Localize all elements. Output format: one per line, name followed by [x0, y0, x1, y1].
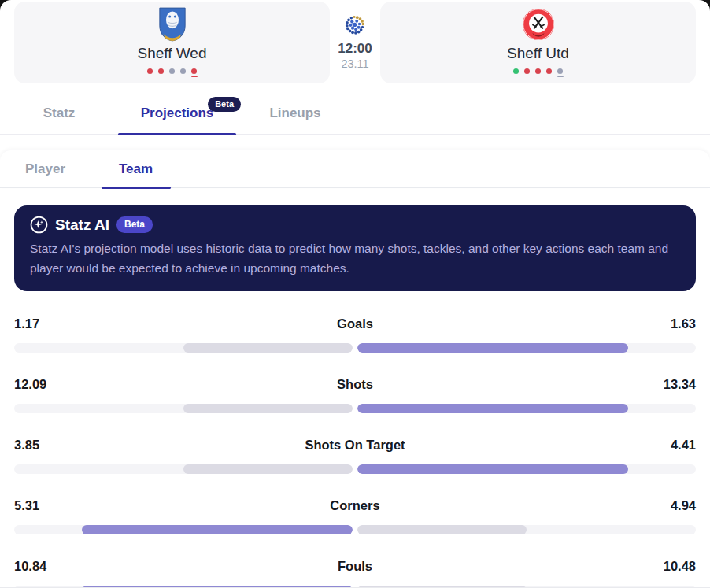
home-value: 12.09 [14, 377, 85, 392]
form-result-loss [147, 68, 153, 77]
stat-label: Shots On Target [85, 438, 625, 453]
tab-statz[interactable]: Statz [0, 93, 118, 134]
subtab-player[interactable]: Player [0, 150, 91, 187]
home-value: 3.85 [14, 438, 85, 453]
form-result-loss [524, 68, 530, 77]
away-bar [357, 586, 696, 588]
away-bar [357, 343, 696, 353]
section-gap [0, 135, 710, 150]
form-result-draw [180, 68, 186, 77]
home-bar [14, 343, 353, 353]
tab-label: Lineups [269, 105, 320, 121]
home-bar [14, 586, 353, 588]
bar-fill [357, 404, 628, 413]
ai-banner-title: Statz AI [55, 216, 109, 234]
away-team-name: Sheff Utd [507, 45, 569, 62]
subtab-team[interactable]: Team [91, 150, 181, 187]
team-projection-stats: 1.17Goals1.6312.09Shots13.343.85Shots On… [14, 316, 696, 588]
away-bar [357, 464, 696, 474]
stat-label: Shots [85, 377, 625, 392]
home-team-name: Sheff Wed [137, 45, 206, 62]
home-value: 10.84 [14, 559, 85, 574]
form-result-loss [158, 68, 164, 77]
main-tabbar: StatzProjectionsBetaLineups [0, 93, 710, 135]
away-value: 4.94 [625, 498, 696, 513]
stat-bar [14, 464, 696, 474]
kickoff-date: 23.11 [341, 57, 368, 70]
home-bar [14, 464, 353, 474]
stat-bar [14, 404, 696, 413]
sheff-utd-crest-icon [522, 7, 555, 42]
home-form-dots [147, 68, 198, 77]
sheff-wed-crest-icon [157, 7, 187, 42]
stat-row: 12.09Shots13.34 [14, 377, 696, 413]
efl-ball-logo-icon [345, 15, 365, 39]
tab-projections[interactable]: ProjectionsBeta [118, 93, 236, 134]
bar-fill [357, 525, 527, 534]
away-value: 10.48 [625, 559, 696, 574]
bar-fill [82, 525, 353, 534]
home-team-card[interactable]: Sheff Wed [14, 2, 330, 83]
stat-label: Goals [85, 316, 625, 331]
home-bar [14, 525, 353, 534]
ai-beta-badge: Beta [116, 216, 153, 233]
app-sheet: Sheff Wed [0, 0, 710, 588]
bar-fill [183, 464, 353, 474]
stat-bar [14, 525, 696, 534]
subtab-label: Player [25, 161, 65, 177]
projections-content: Statz AI Beta Statz AI's projection mode… [0, 205, 710, 588]
bar-fill [183, 343, 353, 353]
home-value: 1.17 [14, 316, 85, 331]
form-result-draw [169, 68, 175, 77]
tab-lineups[interactable]: Lineups [236, 93, 354, 134]
stat-label: Fouls [85, 559, 625, 574]
form-result-win [513, 68, 519, 77]
stat-label: Corners [85, 498, 625, 513]
ai-banner-description: Statz AI's projection model uses histori… [30, 239, 680, 279]
active-subtab-underline [102, 187, 171, 189]
subtab-label: Team [119, 161, 153, 177]
stat-bar [14, 343, 696, 353]
away-value: 4.41 [625, 438, 696, 453]
stat-bar [14, 586, 696, 588]
form-result-loss [535, 68, 541, 77]
bar-fill [357, 464, 628, 474]
home-value: 5.31 [14, 498, 85, 513]
stat-row: 1.17Goals1.63 [14, 316, 696, 353]
sparkle-circle-icon [30, 216, 48, 234]
bar-fill [357, 586, 527, 588]
statz-ai-banner: Statz AI Beta Statz AI's projection mode… [14, 205, 696, 291]
match-header: Sheff Wed [0, 0, 710, 83]
match-info: 12:00 23.11 [330, 2, 380, 83]
kickoff-time: 12:00 [338, 41, 372, 57]
bar-fill [82, 586, 353, 588]
active-tab-underline [118, 133, 236, 135]
tab-label: Statz [43, 105, 76, 121]
stat-row: 3.85Shots On Target4.41 [14, 438, 696, 474]
away-bar [357, 525, 696, 534]
bar-fill [183, 404, 353, 413]
away-team-card[interactable]: Sheff Utd [380, 2, 696, 83]
away-form-dots [513, 68, 564, 77]
home-bar [14, 404, 353, 413]
stat-row: 10.84Fouls10.48 [14, 559, 696, 588]
away-value: 13.34 [625, 377, 696, 392]
stat-row: 5.31Corners4.94 [14, 498, 696, 534]
projections-subtabbar: PlayerTeam [0, 150, 710, 188]
away-bar [357, 404, 696, 413]
bar-fill [357, 343, 628, 353]
form-result-draw [557, 68, 564, 77]
away-value: 1.63 [625, 316, 696, 331]
form-result-loss [546, 68, 552, 77]
tab-label: Projections [141, 105, 214, 121]
form-result-loss [191, 68, 198, 77]
